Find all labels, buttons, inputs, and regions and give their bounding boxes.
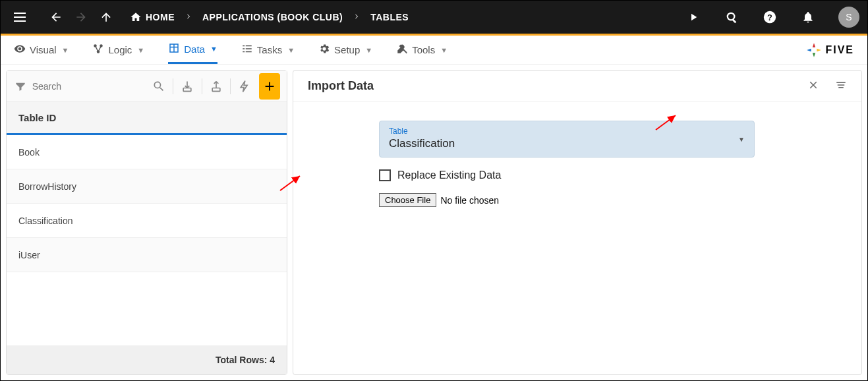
caret-down-icon: ▼ [137, 46, 144, 54]
cell: Book [18, 147, 40, 158]
logic-icon [92, 43, 104, 57]
avatar[interactable]: S [838, 7, 859, 28]
tab-visual[interactable]: Visual▼ [14, 36, 69, 64]
menu-lines-icon[interactable] [835, 79, 847, 94]
home-icon [130, 11, 142, 23]
svg-text:?: ? [767, 13, 772, 22]
caret-down-icon: ▼ [287, 46, 295, 54]
divider [173, 78, 173, 94]
crumb-home[interactable]: HOME [130, 11, 175, 23]
forward-icon [73, 9, 89, 25]
import-body: Table Classification ▼ Replace Existing … [293, 102, 861, 225]
grid-icon [168, 42, 180, 56]
tab-tools[interactable]: Tools▼ [396, 36, 448, 64]
tab-label: Setup [334, 44, 360, 55]
no-file-text: No file chosen [440, 195, 499, 206]
main-nav: Visual▼ Logic▼ Data▼ Tasks▼ Setup▼ Tools… [1, 36, 867, 65]
caret-down-icon: ▼ [210, 45, 217, 53]
tools-icon [396, 43, 408, 57]
replace-row: Replace Existing Data [379, 169, 776, 181]
list-filler [7, 272, 287, 345]
panel-title: Import Data [308, 79, 374, 93]
left-toolbar [7, 71, 287, 102]
divider [230, 78, 231, 94]
cell: Classification [18, 216, 72, 226]
footer-text: Total Rows: 4 [216, 355, 275, 365]
table-row[interactable]: BorrowHistory [7, 169, 287, 204]
replace-label: Replace Existing Data [397, 169, 501, 181]
svg-point-2 [728, 14, 734, 19]
tab-label: Visual [30, 44, 57, 55]
breadcrumb: HOME APPLICATIONS (BOOK CLUB) TABLES [130, 11, 409, 23]
spinner-icon [805, 42, 823, 59]
download-icon[interactable] [180, 80, 195, 93]
eye-icon [14, 43, 26, 57]
tab-logic[interactable]: Logic▼ [92, 36, 144, 64]
caret-down-icon: ▼ [62, 46, 69, 54]
column-header-label: Table ID [18, 112, 56, 123]
menu-icon[interactable] [14, 9, 30, 25]
tab-label: Data [184, 44, 205, 55]
field-label: Table [389, 127, 745, 136]
table-row[interactable]: iUser [7, 238, 287, 272]
tab-label: Logic [108, 44, 132, 55]
choose-file-button[interactable]: Choose File [379, 193, 436, 207]
caret-down-icon: ▼ [440, 46, 448, 54]
crumb-label: TABLES [370, 12, 409, 22]
filter-icon[interactable] [13, 80, 28, 92]
crumb-label: HOME [146, 12, 175, 22]
svg-rect-9 [212, 88, 220, 91]
table-select[interactable]: Table Classification ▼ [379, 121, 755, 158]
right-header: Import Data [293, 71, 861, 102]
choose-file-label: Choose File [385, 195, 430, 205]
bell-icon[interactable] [800, 9, 816, 25]
file-row: Choose File No file chosen [379, 193, 776, 207]
tab-data[interactable]: Data▼ [168, 36, 217, 64]
tab-setup[interactable]: Setup▼ [318, 36, 372, 64]
total-rows: Total Rows: 4 [7, 345, 287, 374]
table-row[interactable]: Classification [7, 204, 287, 238]
gear-icon [318, 43, 330, 57]
svg-rect-8 [184, 88, 192, 91]
up-icon[interactable] [98, 9, 114, 25]
cell: BorrowHistory [18, 181, 76, 192]
table-row[interactable]: Book [7, 135, 287, 169]
right-panel: Import Data Table Classification ▼ Repla… [293, 70, 862, 375]
replace-checkbox[interactable] [379, 169, 391, 181]
left-panel: Table ID Book BorrowHistory Classificati… [6, 70, 287, 375]
search-icon[interactable] [152, 80, 167, 93]
tasks-icon [241, 43, 253, 57]
search-globe-icon[interactable] [724, 9, 739, 25]
logo-text: FIVE [825, 44, 854, 56]
crumb-label: APPLICATIONS (BOOK CLUB) [202, 12, 343, 22]
upload-icon[interactable] [209, 80, 224, 93]
caret-down-icon: ▼ [738, 136, 745, 143]
top-bar: HOME APPLICATIONS (BOOK CLUB) TABLES ? S [1, 1, 867, 34]
brand-logo: FIVE [805, 42, 854, 59]
search-input[interactable] [32, 81, 148, 92]
close-icon[interactable] [807, 79, 819, 94]
chevron-right-icon [184, 12, 193, 23]
caret-down-icon: ▼ [365, 46, 372, 54]
crumb-tables[interactable]: TABLES [370, 12, 409, 22]
back-icon[interactable] [48, 9, 64, 25]
tab-label: Tasks [257, 44, 282, 55]
content-area: Table ID Book BorrowHistory Classificati… [1, 65, 867, 380]
play-icon[interactable] [685, 9, 701, 25]
tab-tasks[interactable]: Tasks▼ [241, 36, 295, 64]
divider [202, 78, 202, 94]
help-icon[interactable]: ? [762, 9, 778, 25]
add-button[interactable] [259, 73, 280, 100]
cell: iUser [18, 250, 40, 260]
avatar-letter: S [846, 12, 852, 22]
tab-label: Tools [412, 44, 435, 55]
field-value: Classification [389, 137, 745, 150]
bolt-icon[interactable] [237, 80, 252, 93]
chevron-right-icon [352, 12, 361, 23]
column-header[interactable]: Table ID [7, 102, 287, 135]
crumb-applications[interactable]: APPLICATIONS (BOOK CLUB) [202, 12, 343, 22]
